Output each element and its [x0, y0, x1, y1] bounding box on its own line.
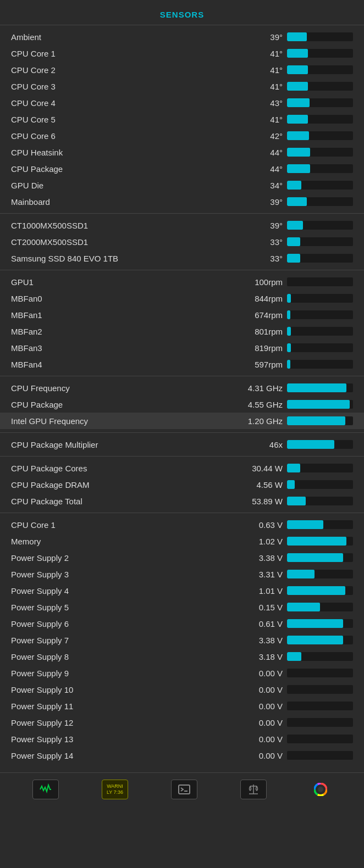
table-row: MBFan0844rpm — [0, 290, 364, 307]
bar-fill — [287, 254, 300, 263]
row-label: MBFan2 — [11, 327, 233, 336]
row-label: CPU Core 5 — [11, 115, 233, 124]
bar-container — [287, 603, 353, 611]
row-value: 0.00 V — [233, 669, 283, 678]
bar-fill — [287, 440, 334, 449]
svg-rect-0 — [179, 785, 190, 794]
bar-fill — [287, 603, 320, 611]
bar-fill — [287, 310, 290, 319]
row-label: Power Supply 2 — [11, 553, 233, 563]
table-row: CPU Frequency4.31 GHz — [0, 380, 364, 396]
table-row: CPU Core 642° — [0, 127, 364, 144]
row-label: Power Supply 11 — [11, 702, 233, 711]
bar-fill — [287, 65, 308, 74]
table-row: CPU Package44° — [0, 160, 364, 177]
bar-container — [287, 383, 353, 392]
scales-icon[interactable] — [240, 780, 267, 799]
table-row: Samsung SSD 840 EVO 1TB33° — [0, 250, 364, 266]
table-row: CPU Core 141° — [0, 45, 364, 62]
row-value: 0.15 V — [233, 603, 283, 612]
bar-container — [287, 400, 353, 409]
bar-fill — [287, 221, 303, 230]
bar-fill — [287, 32, 307, 41]
row-value: 0.00 V — [233, 702, 283, 711]
table-row: Power Supply 90.00 V — [0, 665, 364, 681]
row-value: 1.02 V — [233, 537, 283, 546]
bar-container — [287, 197, 353, 206]
bar-fill — [287, 197, 307, 206]
bar-container — [287, 65, 353, 74]
row-value: 44° — [233, 148, 283, 157]
row-label: CPU Package DRAM — [11, 480, 233, 489]
bar-container — [287, 181, 353, 190]
bar-fill — [287, 520, 323, 529]
bar-container — [287, 702, 353, 710]
bar-container — [287, 735, 353, 743]
bar-container — [287, 652, 353, 661]
table-row: CT1000MX500SSD139° — [0, 217, 364, 233]
row-value: 44° — [233, 164, 283, 174]
bar-container — [287, 164, 353, 173]
table-row: MBFan4597rpm — [0, 356, 364, 372]
row-value: 3.38 V — [233, 553, 283, 563]
bar-container — [287, 82, 353, 91]
bar-fill — [287, 148, 310, 157]
row-label: CT2000MX500SSD1 — [11, 237, 233, 247]
bar-fill — [287, 343, 291, 352]
bar-container — [287, 619, 353, 628]
table-row: CPU Core 241° — [0, 62, 364, 78]
row-value: 4.31 GHz — [233, 383, 283, 393]
section-fans: GPU1100rpmMBFan0844rpmMBFan1674rpmMBFan2… — [0, 270, 364, 376]
bar-fill — [287, 416, 345, 425]
row-value: 674rpm — [233, 310, 283, 320]
row-value: 0.00 V — [233, 718, 283, 727]
bar-fill — [287, 570, 315, 578]
colorwheel-icon[interactable] — [310, 778, 332, 800]
row-value: 39° — [233, 32, 283, 42]
table-row: Memory1.02 V — [0, 533, 364, 549]
app-container: SENSORS Ambient39°CPU Core 141°CPU Core … — [0, 0, 364, 806]
table-row: Power Supply 100.00 V — [0, 681, 364, 698]
row-value: 1.01 V — [233, 586, 283, 596]
table-row: MBFan3819rpm — [0, 340, 364, 356]
table-row: Power Supply 50.15 V — [0, 599, 364, 615]
row-label: GPU1 — [11, 277, 233, 287]
bar-container — [287, 416, 353, 425]
row-value: 34° — [233, 181, 283, 190]
bar-container — [287, 360, 353, 369]
bar-container — [287, 49, 353, 58]
bar-fill — [287, 480, 295, 489]
bar-container — [287, 115, 353, 124]
warning-icon[interactable]: WARNILY 7:36 — [102, 780, 128, 799]
bar-fill — [287, 400, 350, 409]
bar-container — [287, 32, 353, 41]
bar-fill — [287, 49, 308, 58]
bar-container — [287, 310, 353, 319]
row-value: 46x — [233, 440, 283, 449]
bar-container — [287, 294, 353, 303]
bar-container — [287, 440, 353, 449]
row-label: CPU Package — [11, 164, 233, 174]
bar-container — [287, 237, 353, 246]
row-label: CPU Core 2 — [11, 65, 233, 75]
row-value: 4.55 GHz — [233, 400, 283, 409]
row-value: 100rpm — [233, 277, 283, 287]
row-value: 39° — [233, 197, 283, 207]
table-row: CPU Package Multiplier46x — [0, 436, 364, 453]
table-row: CPU Core 341° — [0, 78, 364, 94]
bar-container — [287, 254, 353, 263]
bar-fill — [287, 619, 343, 628]
row-label: CPU Core 1 — [11, 49, 233, 58]
table-row: CPU Core 443° — [0, 94, 364, 111]
bar-fill — [287, 652, 301, 661]
bar-fill — [287, 553, 343, 562]
bar-fill — [287, 636, 343, 644]
row-value: 42° — [233, 131, 283, 141]
activity-monitor-icon[interactable] — [32, 780, 59, 799]
bar-container — [287, 131, 353, 140]
row-label: MBFan3 — [11, 343, 233, 353]
table-row: CPU Package DRAM4.56 W — [0, 476, 364, 493]
row-value: 3.18 V — [233, 652, 283, 661]
row-value: 41° — [233, 65, 283, 75]
terminal-icon[interactable] — [171, 780, 197, 799]
